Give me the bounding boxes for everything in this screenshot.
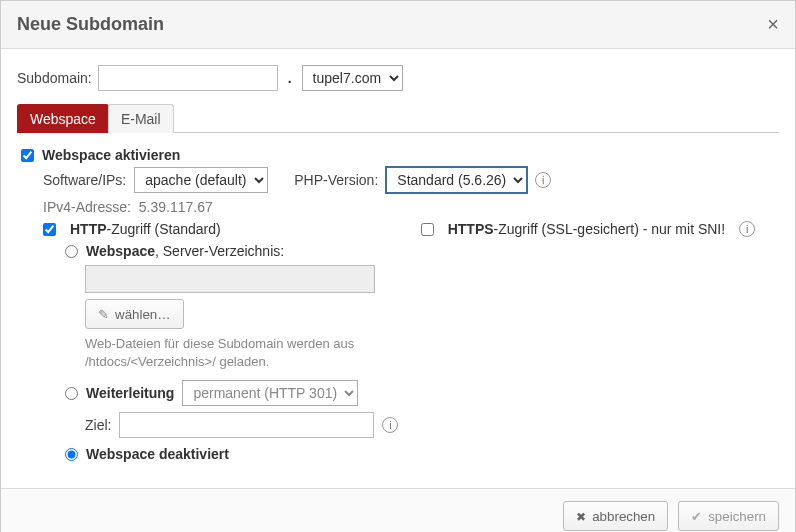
https-label: HTTPS-Zugriff (SSL-gesichert) - nur mit … bbox=[448, 221, 725, 237]
subdomain-input[interactable] bbox=[98, 65, 278, 91]
info-icon[interactable]: i bbox=[739, 221, 755, 237]
target-input[interactable] bbox=[119, 412, 374, 438]
https-group: HTTPS-Zugriff (SSL-gesichert) - nur mit … bbox=[421, 221, 755, 237]
content: Subdomain: . tupel7.com Webspace E-Mail … bbox=[1, 49, 795, 488]
dot-separator: . bbox=[288, 70, 292, 86]
activate-checkbox[interactable] bbox=[21, 149, 34, 162]
https-checkbox[interactable] bbox=[421, 223, 434, 236]
pencil-icon bbox=[98, 307, 109, 322]
software-select[interactable]: apache (default) bbox=[134, 167, 268, 193]
tabs: Webspace E-Mail bbox=[17, 103, 779, 133]
dir-input-row bbox=[85, 265, 775, 293]
radio-dir[interactable] bbox=[65, 245, 78, 258]
target-label: Ziel: bbox=[85, 417, 111, 433]
save-button[interactable]: speichern bbox=[678, 501, 779, 531]
radio-redirect-row: Weiterleitung permanent (HTTP 301) bbox=[65, 380, 775, 406]
software-label: Software/IPs: bbox=[43, 172, 126, 188]
activate-row: Webspace aktivieren bbox=[21, 147, 775, 163]
tab-webspace[interactable]: Webspace bbox=[17, 104, 109, 133]
subdomain-label: Subdomain: bbox=[17, 70, 92, 86]
titlebar: Neue Subdomain × bbox=[1, 1, 795, 49]
dir-input bbox=[85, 265, 375, 293]
choose-row: wählen… bbox=[85, 299, 775, 329]
target-row: Ziel: i bbox=[85, 412, 775, 438]
deactivated-label: Webspace deaktiviert bbox=[86, 446, 229, 462]
http-checkbox[interactable] bbox=[43, 223, 56, 236]
radio-redirect[interactable] bbox=[65, 387, 78, 400]
choose-button[interactable]: wählen… bbox=[85, 299, 184, 329]
ipv4-row: IPv4-Adresse: 5.39.117.67 bbox=[43, 199, 775, 215]
cancel-icon bbox=[576, 509, 586, 524]
dir-help: Web-Dateien für diese Subdomain werden a… bbox=[85, 335, 775, 370]
tab-email[interactable]: E-Mail bbox=[108, 104, 174, 133]
software-php-row: Software/IPs: apache (default) PHP-Versi… bbox=[43, 167, 775, 193]
http-group: HTTP-Zugriff (Standard) bbox=[43, 221, 221, 237]
new-subdomain-dialog: Neue Subdomain × Subdomain: . tupel7.com… bbox=[0, 0, 796, 532]
dialog-title: Neue Subdomain bbox=[17, 14, 164, 35]
radio-dir-label: Webspace, Server-Verzeichnis: bbox=[86, 243, 284, 259]
redirect-select[interactable]: permanent (HTTP 301) bbox=[182, 380, 358, 406]
ipv4-value: 5.39.117.67 bbox=[139, 199, 213, 215]
info-icon[interactable]: i bbox=[535, 172, 551, 188]
domain-select[interactable]: tupel7.com bbox=[302, 65, 403, 91]
http-https-row: HTTP-Zugriff (Standard) HTTPS-Zugriff (S… bbox=[43, 221, 775, 237]
http-label: HTTP-Zugriff (Standard) bbox=[70, 221, 221, 237]
radio-deactivated[interactable] bbox=[65, 448, 78, 461]
php-label: PHP-Version: bbox=[294, 172, 378, 188]
redirect-label: Weiterleitung bbox=[86, 385, 174, 401]
cancel-button[interactable]: abbrechen bbox=[563, 501, 668, 531]
radio-dir-row: Webspace, Server-Verzeichnis: bbox=[65, 243, 775, 259]
php-select[interactable]: Standard (5.6.26) bbox=[386, 167, 527, 193]
footer: abbrechen speichern bbox=[1, 488, 795, 532]
info-icon[interactable]: i bbox=[382, 417, 398, 433]
check-icon bbox=[691, 509, 702, 524]
close-icon[interactable]: × bbox=[767, 13, 779, 36]
radio-deactivated-row: Webspace deaktiviert bbox=[65, 446, 775, 462]
ipv4-label: IPv4-Adresse: bbox=[43, 199, 131, 215]
subdomain-row: Subdomain: . tupel7.com bbox=[17, 65, 779, 91]
tab-body-webspace: Webspace aktivieren Software/IPs: apache… bbox=[17, 147, 779, 472]
activate-label: Webspace aktivieren bbox=[42, 147, 180, 163]
